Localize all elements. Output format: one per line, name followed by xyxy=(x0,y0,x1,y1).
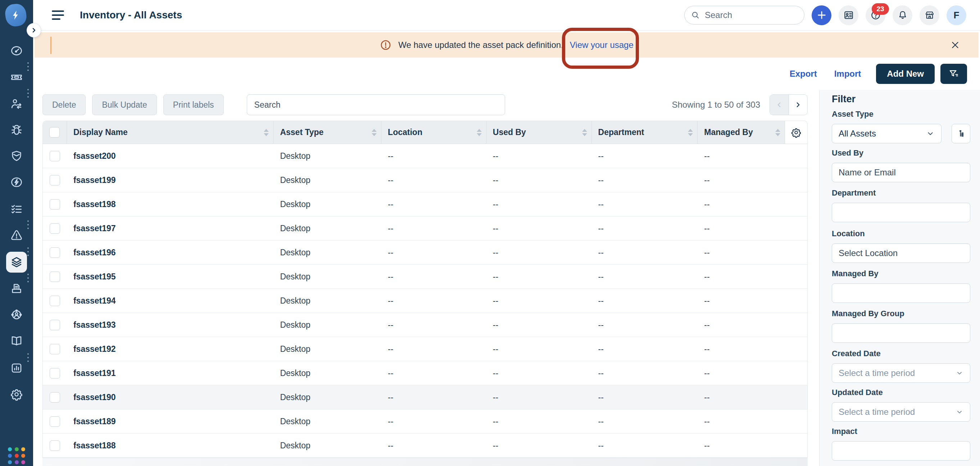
hamburger-menu-icon[interactable] xyxy=(52,8,66,22)
notifications-button[interactable] xyxy=(892,5,912,25)
sidebar-item-inventory[interactable] xyxy=(6,252,27,273)
freshservice-logo[interactable] xyxy=(4,3,27,28)
table-row[interactable]: fsasset192 Desktop -- -- -- -- xyxy=(43,337,807,361)
table-row[interactable]: fsasset189 Desktop -- -- -- -- xyxy=(43,409,807,434)
table-row[interactable]: fsasset193 Desktop -- -- -- -- xyxy=(43,313,807,337)
row-checkbox[interactable] xyxy=(50,199,60,210)
header-department[interactable]: Department xyxy=(592,121,698,144)
created-date-select[interactable]: Select a time period xyxy=(832,363,970,383)
row-checkbox[interactable] xyxy=(50,320,60,330)
cell-display-name: fsasset199 xyxy=(67,168,274,192)
header-display-name[interactable]: Display Name xyxy=(67,121,274,144)
sidebar-item-tickets[interactable] xyxy=(6,67,27,88)
used-by-input[interactable] xyxy=(832,163,970,182)
export-link[interactable]: Export xyxy=(790,69,817,79)
print-doc-kebab-menu[interactable] xyxy=(26,271,30,285)
add-new-button[interactable]: Add New xyxy=(876,64,935,84)
sidebar-item-user-sync[interactable] xyxy=(6,93,27,114)
table-row[interactable]: fsasset196 Desktop -- -- -- -- xyxy=(43,241,807,265)
cell-used-by: -- xyxy=(487,409,592,433)
updated-date-select[interactable]: Select a time period xyxy=(832,402,970,422)
sidebar-item-user-orbit[interactable] xyxy=(6,304,27,325)
location-input[interactable] xyxy=(832,243,970,263)
row-checkbox[interactable] xyxy=(50,271,60,282)
marketplace-button[interactable] xyxy=(920,5,939,25)
row-checkbox[interactable] xyxy=(50,416,60,427)
print-labels-button[interactable]: Print labels xyxy=(163,94,224,115)
row-checkbox[interactable] xyxy=(50,392,60,403)
sidebar-expand-button[interactable] xyxy=(27,23,41,37)
banner-close-button[interactable] xyxy=(948,40,962,50)
sidebar-item-book[interactable] xyxy=(6,330,27,351)
delete-button[interactable]: Delete xyxy=(43,94,86,115)
horizontal-scrollbar-track[interactable] xyxy=(43,458,808,466)
managed-by-group-field: Managed By Group xyxy=(832,309,970,343)
sidebar-item-settings[interactable] xyxy=(6,384,27,405)
avatar[interactable]: F xyxy=(947,5,966,25)
managed-by-group-input[interactable] xyxy=(832,323,970,343)
sidebar-item-alert[interactable] xyxy=(6,225,27,246)
freshworks-switcher-icon[interactable] xyxy=(8,447,26,464)
created-date-field: Created Date Select a time period xyxy=(832,349,970,383)
asset-type-hierarchy-button[interactable] xyxy=(951,124,970,143)
header-used-by[interactable]: Used By xyxy=(487,121,592,144)
global-search-input[interactable] xyxy=(704,10,778,21)
quick-add-button[interactable] xyxy=(811,5,831,25)
contacts-button[interactable] xyxy=(838,5,858,25)
gear-icon xyxy=(791,127,802,138)
row-checkbox[interactable] xyxy=(50,296,60,306)
table-row[interactable]: fsasset190 Desktop -- -- -- -- xyxy=(43,385,807,409)
table-row[interactable]: fsasset195 Desktop -- -- -- -- xyxy=(43,265,807,289)
table-row[interactable]: fsasset191 Desktop -- -- -- -- xyxy=(43,361,807,385)
alert-kebab-menu[interactable] xyxy=(26,217,30,232)
user-sync-kebab-menu[interactable] xyxy=(26,86,30,101)
table-row[interactable]: fsasset200 Desktop -- -- -- -- xyxy=(43,144,807,168)
analytics-kebab-menu[interactable] xyxy=(26,350,30,365)
import-link[interactable]: Import xyxy=(834,69,861,79)
sidebar-item-checklist[interactable] xyxy=(6,198,27,219)
created-date-label: Created Date xyxy=(832,349,970,358)
row-checkbox[interactable] xyxy=(50,223,60,234)
view-usage-link[interactable]: View your usage xyxy=(570,40,633,50)
prev-page-button[interactable] xyxy=(770,95,789,115)
sidebar-item-dashboard[interactable] xyxy=(6,40,27,61)
select-all-checkbox[interactable] xyxy=(49,127,60,137)
tickets-kebab-menu[interactable] xyxy=(26,59,30,74)
table-row[interactable]: fsasset188 Desktop -- -- -- -- xyxy=(43,434,807,458)
impact-input[interactable] xyxy=(832,441,970,461)
filter-toggle-button[interactable] xyxy=(940,64,967,84)
department-input[interactable] xyxy=(832,203,970,222)
asset-type-select[interactable]: All Assets xyxy=(832,124,942,143)
row-checkbox[interactable] xyxy=(50,344,60,354)
row-checkbox[interactable] xyxy=(50,368,60,378)
cell-actions xyxy=(785,168,807,192)
table-row[interactable]: fsasset197 Desktop -- -- -- -- xyxy=(43,216,807,241)
sidebar-item-bolt-circle[interactable] xyxy=(6,172,27,193)
header-asset-type[interactable]: Asset Type xyxy=(274,121,381,144)
header-managed-by[interactable]: Managed By xyxy=(698,121,785,144)
table-row[interactable]: fsasset194 Desktop -- -- -- -- xyxy=(43,289,807,313)
global-search[interactable] xyxy=(684,6,805,24)
bulk-update-button[interactable]: Bulk Update xyxy=(92,94,156,115)
row-checkbox[interactable] xyxy=(50,440,60,451)
inventory-kebab-menu[interactable] xyxy=(26,244,30,259)
row-checkbox-cell xyxy=(43,385,67,409)
help-button[interactable]: 23 xyxy=(865,5,885,25)
table-row[interactable]: fsasset199 Desktop -- -- -- -- xyxy=(43,168,807,192)
sidebar-item-analytics[interactable] xyxy=(6,357,27,378)
managed-by-input[interactable] xyxy=(832,283,970,303)
sidebar-item-bug[interactable] xyxy=(6,120,27,140)
table-search-input[interactable] xyxy=(247,94,505,115)
asset-table: Display Name Asset Type Location Used By… xyxy=(43,121,808,458)
table-row[interactable]: fsasset198 Desktop -- -- -- -- xyxy=(43,192,807,216)
sidebar-item-print-doc[interactable] xyxy=(6,278,27,299)
header-location[interactable]: Location xyxy=(381,121,487,144)
row-checkbox[interactable] xyxy=(50,175,60,185)
asset-table-body: fsasset200 Desktop -- -- -- -- fsasset19… xyxy=(43,144,807,458)
column-settings-button[interactable] xyxy=(785,121,807,144)
next-page-button[interactable] xyxy=(789,95,808,115)
row-checkbox-cell xyxy=(43,216,67,240)
row-checkbox[interactable] xyxy=(50,151,60,161)
row-checkbox[interactable] xyxy=(50,247,60,258)
sidebar-item-shield[interactable] xyxy=(6,145,27,166)
